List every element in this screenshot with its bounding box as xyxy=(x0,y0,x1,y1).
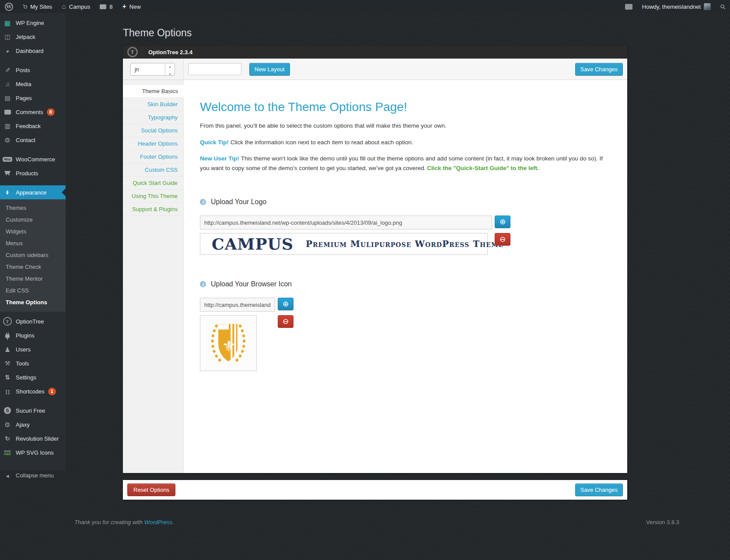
sidebar-item-pages[interactable]: Pages xyxy=(0,91,66,105)
tab-using-this-theme[interactable]: Using This Theme xyxy=(123,190,183,203)
footer-thanks: Thank you for creating with WordPress. xyxy=(74,519,174,525)
sidebar-item-wp-svg-icons[interactable]: SVGFREEWP SVG Icons xyxy=(0,445,66,459)
sidebar-item-dashboard[interactable]: Dashboard xyxy=(0,44,66,58)
optiontree-icon: T xyxy=(3,317,12,326)
sidebar-item-label: WP SVG Icons xyxy=(16,449,53,456)
quick-tip-paragraph: Quick Tip!Click the information icon nex… xyxy=(200,138,610,147)
sidebar-item-ajaxy[interactable]: Ajaxy xyxy=(0,417,66,431)
sidebar-item-label: Shortcodes xyxy=(16,388,45,395)
new-layout-button[interactable]: New Layout xyxy=(249,63,290,76)
media-icon xyxy=(5,81,10,87)
my-sites-menu[interactable]: My Sites xyxy=(18,0,57,13)
logo-url-input[interactable] xyxy=(200,216,492,230)
admin-footer: Thank you for creating with WordPress. V… xyxy=(74,519,721,525)
tab-footer-options[interactable]: Footer Options xyxy=(123,150,183,163)
browser-icon-preview: ⚜ xyxy=(200,315,257,371)
select-stepper[interactable] xyxy=(165,63,175,75)
collapse-menu-button[interactable]: Collapse menu xyxy=(0,468,66,482)
sidebar-item-revolution-slider[interactable]: Revolution Slider xyxy=(0,431,66,445)
tab-header-options[interactable]: Header Options xyxy=(123,137,183,150)
sidebar-item-woocommerce[interactable]: WooWooCommerce xyxy=(0,152,66,166)
sidebar-item-label: WooCommerce xyxy=(16,156,55,163)
sidebar-item-wp-engine[interactable]: WP Engine xyxy=(0,16,66,30)
comment-count: 8 xyxy=(109,3,112,10)
rotate-icon xyxy=(5,435,10,442)
optiontree-header: T OptionTree 2.3.4 xyxy=(123,45,627,59)
my-sites-label: My Sites xyxy=(30,3,52,10)
pages-icon xyxy=(4,95,10,101)
tab-skin-builder[interactable]: Skin Builder xyxy=(123,98,183,111)
tab-social-options[interactable]: Social Options xyxy=(123,124,183,137)
quick-tip-label: Quick Tip! xyxy=(200,139,229,146)
save-changes-top-button[interactable]: Save Changes xyxy=(575,63,623,76)
sucuri-icon: S xyxy=(4,407,11,414)
account-menu[interactable]: Howdy, themeislandnet xyxy=(637,0,716,13)
sidebar-item-optiontree[interactable]: TOptionTree xyxy=(0,314,66,328)
logo-brand-text: CAMPUS xyxy=(212,235,293,253)
remove-logo-button[interactable] xyxy=(495,233,510,246)
wordpress-link[interactable]: WordPress xyxy=(144,519,172,525)
tab-theme-basics[interactable]: Theme Basics xyxy=(123,84,184,98)
info-icon[interactable] xyxy=(200,199,206,205)
sidebar-item-comments[interactable]: Comments8 xyxy=(0,105,66,119)
sidebar-item-label: Posts xyxy=(16,67,30,73)
tab-custom-css[interactable]: Custom CSS xyxy=(123,163,183,177)
quick-start-guide-link[interactable]: Click the "Quick-Start Guide" to the lef… xyxy=(427,165,539,171)
pushpin-icon xyxy=(5,67,10,73)
sidebar-item-tools[interactable]: Tools xyxy=(0,356,66,370)
wp-logo-menu[interactable]: W xyxy=(0,0,18,13)
sidebar-item-users[interactable]: Users xyxy=(0,342,66,356)
stepper-down-icon xyxy=(169,70,171,77)
save-changes-bottom-button[interactable]: Save Changes xyxy=(575,483,623,496)
remove-browser-icon-button[interactable] xyxy=(278,315,293,328)
info-icon[interactable] xyxy=(200,281,206,287)
sidebar-item-media[interactable]: Media xyxy=(0,77,66,91)
site-menu[interactable]: Campus xyxy=(57,0,95,13)
tab-quick-start-guide[interactable]: Quick Start Guide xyxy=(123,177,183,190)
sidebar-item-label: Plugins xyxy=(16,332,35,339)
sidebar-item-products[interactable]: Products xyxy=(0,166,66,180)
layout-select-cell: jn xyxy=(123,59,184,80)
sidebar-item-theme-check[interactable]: Theme Check xyxy=(0,261,66,273)
sidebar-item-edit-css[interactable]: Edit CSS xyxy=(0,285,66,296)
gear-icon xyxy=(4,421,10,428)
sidebar-item-label: Sucuri Free xyxy=(16,407,45,414)
tab-support-plugins[interactable]: Support & Plugins xyxy=(123,203,183,216)
new-layout-name-input[interactable] xyxy=(188,63,241,75)
reset-options-button[interactable]: Reset Options xyxy=(127,483,175,496)
logo-tagline-text: Premium Mulipurpose WordPress Theme xyxy=(306,239,503,249)
sidebar-item-custom-sidebars[interactable]: Custom sidebars xyxy=(0,249,66,261)
sidebar-item-shortcodes[interactable]: Shortcodes1 xyxy=(0,384,66,398)
feedback-icon xyxy=(4,123,10,129)
svg-free-icon: SVGFREE xyxy=(4,450,11,456)
sidebar-item-plugins[interactable]: Plugins xyxy=(0,328,66,342)
sidebar-item-theme-options[interactable]: Theme Options xyxy=(0,296,66,308)
comments-shortcut[interactable]: 8 xyxy=(95,0,117,13)
sidebar-item-theme-mentor[interactable]: Theme Mentor xyxy=(0,273,66,285)
jetpack-icon xyxy=(4,34,10,40)
sidebar-item-label: Contact xyxy=(16,137,35,143)
sidebar-item-feedback[interactable]: Feedback xyxy=(0,119,66,133)
tab-typography[interactable]: Typography xyxy=(123,111,183,124)
layout-select[interactable]: jn xyxy=(130,63,175,76)
sidebar-item-label: Products xyxy=(16,170,38,177)
sidebar-item-menus[interactable]: Menus xyxy=(0,237,66,249)
notifications-shortcut[interactable] xyxy=(620,0,637,13)
sidebar-item-jetpack[interactable]: Jetpack xyxy=(0,30,66,44)
sidebar-item-sucuri[interactable]: SSucuri Free xyxy=(0,403,66,417)
shortcodes-count-badge: 1 xyxy=(48,388,56,395)
sidebar-item-posts[interactable]: Posts xyxy=(0,63,66,77)
new-content-menu[interactable]: New xyxy=(117,0,145,13)
sidebar-item-appearance[interactable]: Appearance xyxy=(0,185,66,199)
sidebar-item-customize[interactable]: Customize xyxy=(0,214,66,226)
add-browser-icon-button[interactable] xyxy=(278,298,293,310)
sidebar-item-themes[interactable]: Themes xyxy=(0,202,66,214)
admin-search[interactable] xyxy=(716,0,730,13)
browser-icon-url-input[interactable] xyxy=(200,298,275,312)
sidebar-item-contact[interactable]: Contact xyxy=(0,133,66,147)
sidebar-item-settings[interactable]: Settings xyxy=(0,370,66,384)
actions-footer-bar: Reset Options Save Changes xyxy=(123,480,627,500)
sidebar-item-widgets[interactable]: Widgets xyxy=(0,226,66,237)
add-logo-button[interactable] xyxy=(495,216,510,228)
comment-bubble-icon xyxy=(100,4,106,9)
